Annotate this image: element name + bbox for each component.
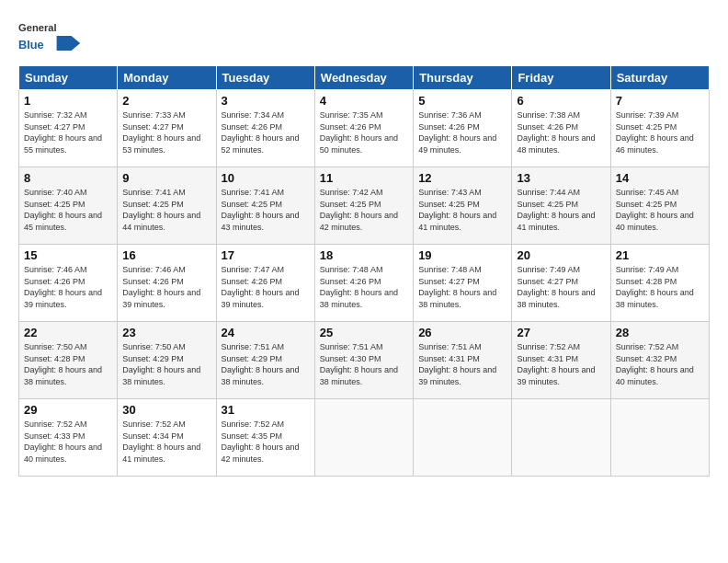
- day-number: 31: [222, 403, 310, 417]
- week-row: 22 Sunrise: 7:50 AMSunset: 4:28 PMDaylig…: [19, 322, 710, 399]
- weekday-header-row: Sunday Monday Tuesday Wednesday Thursday…: [19, 66, 710, 90]
- calendar-cell: 8 Sunrise: 7:40 AMSunset: 4:25 PMDayligh…: [19, 167, 118, 245]
- calendar-cell: 25 Sunrise: 7:51 AMSunset: 4:30 PMDaylig…: [314, 322, 413, 399]
- week-row: 8 Sunrise: 7:40 AMSunset: 4:25 PMDayligh…: [19, 167, 710, 245]
- calendar-cell: [314, 399, 413, 477]
- calendar-cell: [512, 399, 610, 477]
- day-info: Sunrise: 7:52 AMSunset: 4:34 PMDaylight:…: [122, 419, 200, 464]
- header-friday: Friday: [512, 66, 610, 90]
- day-info: Sunrise: 7:35 AMSunset: 4:26 PMDaylight:…: [320, 110, 398, 155]
- calendar-cell: 22 Sunrise: 7:50 AMSunset: 4:28 PMDaylig…: [19, 322, 118, 399]
- week-row: 1 Sunrise: 7:32 AMSunset: 4:27 PMDayligh…: [19, 90, 710, 167]
- day-number: 11: [320, 171, 408, 185]
- day-info: Sunrise: 7:41 AMSunset: 4:25 PMDaylight:…: [222, 188, 300, 232]
- header-sunday: Sunday: [19, 66, 118, 90]
- day-number: 23: [122, 326, 210, 339]
- calendar-cell: 12 Sunrise: 7:43 AMSunset: 4:25 PMDaylig…: [414, 167, 512, 245]
- calendar-cell: 26 Sunrise: 7:51 AMSunset: 4:31 PMDaylig…: [414, 322, 512, 399]
- day-number: 20: [517, 248, 605, 262]
- calendar-cell: 15 Sunrise: 7:46 AMSunset: 4:26 PMDaylig…: [19, 245, 118, 322]
- calendar-cell: 21 Sunrise: 7:49 AMSunset: 4:28 PMDaylig…: [610, 245, 709, 322]
- day-info: Sunrise: 7:48 AMSunset: 4:27 PMDaylight:…: [418, 265, 496, 309]
- day-number: 30: [122, 403, 210, 417]
- day-info: Sunrise: 7:52 AMSunset: 4:35 PMDaylight:…: [222, 419, 300, 464]
- day-info: Sunrise: 7:36 AMSunset: 4:26 PMDaylight:…: [418, 110, 496, 155]
- day-info: Sunrise: 7:46 AMSunset: 4:26 PMDaylight:…: [24, 265, 102, 309]
- calendar-cell: 11 Sunrise: 7:42 AMSunset: 4:25 PMDaylig…: [314, 167, 413, 245]
- calendar-cell: 4 Sunrise: 7:35 AMSunset: 4:26 PMDayligh…: [314, 90, 413, 167]
- header-saturday: Saturday: [610, 66, 709, 90]
- calendar-cell: 10 Sunrise: 7:41 AMSunset: 4:25 PMDaylig…: [216, 167, 314, 245]
- calendar-cell: 27 Sunrise: 7:52 AMSunset: 4:31 PMDaylig…: [512, 322, 610, 399]
- day-number: 8: [24, 171, 112, 185]
- calendar-cell: 9 Sunrise: 7:41 AMSunset: 4:25 PMDayligh…: [118, 167, 216, 245]
- calendar-cell: 7 Sunrise: 7:39 AMSunset: 4:25 PMDayligh…: [610, 90, 709, 167]
- svg-marker-1: [57, 36, 81, 51]
- day-info: Sunrise: 7:33 AMSunset: 4:27 PMDaylight:…: [122, 110, 200, 155]
- day-info: Sunrise: 7:45 AMSunset: 4:25 PMDaylight:…: [616, 188, 694, 232]
- day-info: Sunrise: 7:41 AMSunset: 4:25 PMDaylight:…: [122, 188, 200, 232]
- day-info: Sunrise: 7:50 AMSunset: 4:28 PMDaylight:…: [24, 342, 102, 386]
- day-number: 9: [122, 171, 210, 185]
- day-number: 24: [222, 326, 310, 339]
- calendar-cell: [610, 399, 709, 477]
- calendar-cell: 1 Sunrise: 7:32 AMSunset: 4:27 PMDayligh…: [19, 90, 118, 167]
- calendar-cell: 5 Sunrise: 7:36 AMSunset: 4:26 PMDayligh…: [414, 90, 512, 167]
- day-number: 19: [418, 248, 506, 262]
- calendar-cell: 28 Sunrise: 7:52 AMSunset: 4:32 PMDaylig…: [610, 322, 709, 399]
- day-number: 4: [320, 94, 408, 108]
- day-number: 28: [616, 326, 704, 339]
- day-info: Sunrise: 7:47 AMSunset: 4:26 PMDaylight:…: [222, 265, 300, 309]
- day-info: Sunrise: 7:49 AMSunset: 4:27 PMDaylight:…: [517, 265, 595, 309]
- day-info: Sunrise: 7:49 AMSunset: 4:28 PMDaylight:…: [616, 265, 694, 309]
- day-info: Sunrise: 7:42 AMSunset: 4:25 PMDaylight:…: [320, 188, 398, 232]
- day-number: 10: [222, 171, 310, 185]
- day-number: 5: [418, 94, 506, 108]
- day-number: 1: [24, 94, 112, 108]
- day-number: 26: [418, 326, 506, 339]
- header-tuesday: Tuesday: [216, 66, 314, 90]
- calendar-cell: 30 Sunrise: 7:52 AMSunset: 4:34 PMDaylig…: [118, 399, 216, 477]
- day-info: Sunrise: 7:48 AMSunset: 4:26 PMDaylight:…: [320, 265, 398, 309]
- day-number: 17: [222, 248, 310, 262]
- day-info: Sunrise: 7:51 AMSunset: 4:31 PMDaylight:…: [418, 342, 496, 386]
- calendar-cell: 3 Sunrise: 7:34 AMSunset: 4:26 PMDayligh…: [216, 90, 314, 167]
- day-info: Sunrise: 7:52 AMSunset: 4:32 PMDaylight:…: [616, 342, 694, 386]
- day-info: Sunrise: 7:34 AMSunset: 4:26 PMDaylight:…: [222, 110, 300, 155]
- week-row: 15 Sunrise: 7:46 AMSunset: 4:26 PMDaylig…: [19, 245, 710, 322]
- day-number: 15: [24, 248, 112, 262]
- header-monday: Monday: [118, 66, 216, 90]
- day-info: Sunrise: 7:46 AMSunset: 4:26 PMDaylight:…: [122, 265, 200, 309]
- week-row: 29 Sunrise: 7:52 AMSunset: 4:33 PMDaylig…: [19, 399, 710, 477]
- calendar-cell: 23 Sunrise: 7:50 AMSunset: 4:29 PMDaylig…: [118, 322, 216, 399]
- logo-svg: General Blue: [18, 15, 92, 56]
- header-wednesday: Wednesday: [314, 66, 413, 90]
- day-number: 6: [517, 94, 605, 108]
- day-info: Sunrise: 7:39 AMSunset: 4:25 PMDaylight:…: [616, 110, 694, 155]
- calendar-cell: 14 Sunrise: 7:45 AMSunset: 4:25 PMDaylig…: [610, 167, 709, 245]
- day-info: Sunrise: 7:44 AMSunset: 4:25 PMDaylight:…: [517, 188, 595, 232]
- logo: General Blue: [18, 15, 92, 56]
- day-info: Sunrise: 7:32 AMSunset: 4:27 PMDaylight:…: [24, 110, 102, 155]
- day-number: 27: [517, 326, 605, 339]
- calendar-cell: 19 Sunrise: 7:48 AMSunset: 4:27 PMDaylig…: [414, 245, 512, 322]
- day-number: 13: [517, 171, 605, 185]
- calendar-cell: 6 Sunrise: 7:38 AMSunset: 4:26 PMDayligh…: [512, 90, 610, 167]
- day-info: Sunrise: 7:51 AMSunset: 4:30 PMDaylight:…: [320, 342, 398, 386]
- calendar-cell: 16 Sunrise: 7:46 AMSunset: 4:26 PMDaylig…: [118, 245, 216, 322]
- calendar-cell: 13 Sunrise: 7:44 AMSunset: 4:25 PMDaylig…: [512, 167, 610, 245]
- calendar-cell: [414, 399, 512, 477]
- calendar: Sunday Monday Tuesday Wednesday Thursday…: [18, 65, 710, 477]
- day-number: 14: [616, 171, 704, 185]
- header: General Blue: [18, 15, 710, 56]
- day-number: 22: [24, 326, 112, 339]
- day-info: Sunrise: 7:40 AMSunset: 4:25 PMDaylight:…: [24, 188, 102, 232]
- day-number: 21: [616, 248, 704, 262]
- day-number: 18: [320, 248, 408, 262]
- page: General Blue Sunday Monday Tuesday Wedne…: [0, 0, 728, 563]
- header-thursday: Thursday: [414, 66, 512, 90]
- day-info: Sunrise: 7:43 AMSunset: 4:25 PMDaylight:…: [418, 188, 496, 232]
- day-number: 25: [320, 326, 408, 339]
- day-info: Sunrise: 7:52 AMSunset: 4:31 PMDaylight:…: [517, 342, 595, 386]
- day-number: 3: [222, 94, 310, 108]
